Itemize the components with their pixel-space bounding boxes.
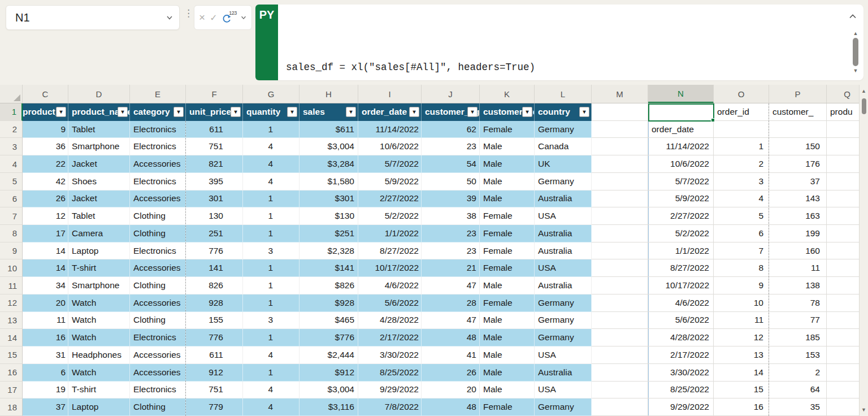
cell-L8[interactable]: Australia [535, 225, 592, 242]
cell-P11[interactable]: 138 [769, 277, 827, 294]
cell-E17[interactable]: Electronics [130, 382, 186, 399]
cell-C16[interactable]: 6 [23, 364, 68, 382]
table-header-J1[interactable]: customer_age▾ [422, 103, 480, 121]
cell-O2[interactable] [714, 121, 769, 138]
cell-K6[interactable]: Male [480, 190, 535, 208]
cell-H4[interactable]: $3,284 [300, 155, 358, 173]
column-header-C[interactable]: C [23, 85, 68, 103]
row-header-8[interactable]: 8 [0, 225, 23, 242]
cell-O9[interactable]: 7 [714, 242, 769, 260]
table-header-G1[interactable]: quantity▾ [243, 103, 300, 121]
cell-E5[interactable]: Electronics [130, 173, 186, 190]
scrollbar-thumb[interactable] [862, 98, 866, 114]
table-header-E1[interactable]: category▾ [130, 103, 186, 121]
cell-F11[interactable]: 826 [186, 277, 243, 294]
cell-N2[interactable]: order_date [648, 121, 714, 138]
cell-C8[interactable]: 17 [23, 225, 68, 242]
scroll-down-icon[interactable]: ▼ [860, 407, 868, 413]
cell-P7[interactable]: 163 [769, 207, 827, 225]
cell-J15[interactable]: 41 [422, 346, 480, 364]
cell-J6[interactable]: 39 [422, 190, 480, 208]
cell-N13[interactable]: 5/6/2022 [648, 312, 714, 330]
row-header-15[interactable]: 15 [0, 346, 23, 364]
cell-O8[interactable]: 6 [714, 225, 769, 242]
cell-I6[interactable]: 2/27/2022 [358, 190, 422, 208]
row-header-12[interactable]: 12 [0, 294, 23, 312]
cell-C12[interactable]: 20 [23, 294, 68, 312]
cell-M4[interactable] [592, 155, 648, 173]
cell-I5[interactable]: 5/9/2022 [358, 173, 422, 190]
cell-E7[interactable]: Clothing [130, 207, 186, 225]
table-header-I1[interactable]: order_date▾ [358, 103, 422, 121]
cell-J14[interactable]: 48 [422, 329, 480, 346]
cell-H13[interactable]: $465 [300, 312, 358, 330]
cell-G7[interactable]: 1 [243, 207, 300, 225]
cell-F8[interactable]: 251 [186, 225, 243, 242]
cell-J9[interactable]: 23 [422, 242, 480, 260]
filter-button[interactable]: ▾ [173, 107, 184, 117]
column-header-M[interactable]: M [592, 85, 648, 103]
cell-P4[interactable]: 176 [769, 155, 827, 173]
cell-N1[interactable] [648, 103, 714, 121]
cell-F13[interactable]: 155 [186, 312, 243, 330]
cell-N6[interactable]: 5/9/2022 [648, 190, 714, 208]
cell-M11[interactable] [592, 277, 648, 294]
cell-M14[interactable] [592, 329, 648, 346]
cell-C3[interactable]: 36 [23, 138, 68, 155]
row-header-11[interactable]: 11 [0, 277, 23, 294]
cell-C15[interactable]: 31 [23, 346, 68, 364]
chevron-down-icon[interactable] [240, 14, 247, 21]
cell-F4[interactable]: 821 [186, 155, 243, 173]
cell-L18[interactable]: Germany [535, 398, 592, 416]
cell-P15[interactable]: 153 [769, 346, 827, 364]
cell-O1[interactable]: order_id [714, 103, 769, 121]
cell-C18[interactable]: 37 [23, 398, 68, 416]
cell-N16[interactable]: 3/30/2022 [648, 364, 714, 382]
row-header-2[interactable]: 2 [0, 121, 23, 138]
cell-L12[interactable]: Germany [535, 294, 592, 312]
cell-E4[interactable]: Accessories [130, 155, 186, 173]
cell-N11[interactable]: 10/17/2022 [648, 277, 714, 294]
enter-icon[interactable]: ✓ [210, 12, 217, 23]
cell-G6[interactable]: 1 [243, 190, 300, 208]
row-header-14[interactable]: 14 [0, 329, 23, 346]
cell-G15[interactable]: 4 [243, 346, 300, 364]
cell-G16[interactable]: 1 [243, 364, 300, 382]
column-header-N[interactable]: N [648, 85, 714, 103]
cell-O18[interactable]: 16 [714, 398, 769, 416]
cell-N8[interactable]: 5/2/2022 [648, 225, 714, 242]
row-header-17[interactable]: 17 [0, 382, 23, 399]
cell-H7[interactable]: $130 [300, 207, 358, 225]
cell-K18[interactable]: Female [480, 398, 535, 416]
cell-H15[interactable]: $2,444 [300, 346, 358, 364]
cell-M6[interactable] [592, 190, 648, 208]
cell-D7[interactable]: Tablet [68, 207, 130, 225]
cell-D3[interactable]: Smartphone [68, 138, 130, 155]
column-header-G[interactable]: G [243, 85, 300, 103]
column-header-F[interactable]: F [186, 85, 243, 103]
cell-M10[interactable] [592, 259, 648, 277]
cell-G9[interactable]: 3 [243, 242, 300, 260]
cell-G18[interactable]: 4 [243, 398, 300, 416]
cell-J12[interactable]: 28 [422, 294, 480, 312]
cell-E14[interactable]: Electronics [130, 329, 186, 346]
cell-N5[interactable]: 5/7/2022 [648, 173, 714, 190]
row-header-10[interactable]: 10 [0, 259, 23, 277]
cell-C14[interactable]: 16 [23, 329, 68, 346]
cell-H6[interactable]: $301 [300, 190, 358, 208]
cell-I12[interactable]: 5/6/2022 [358, 294, 422, 312]
filter-button[interactable]: ▾ [118, 107, 128, 117]
cell-I13[interactable]: 4/28/2022 [358, 312, 422, 330]
table-header-K1[interactable]: customer_gender▾ [480, 103, 535, 121]
cell-M8[interactable] [592, 225, 648, 242]
column-header-E[interactable]: E [130, 85, 186, 103]
cell-P1[interactable]: customer_ [769, 103, 827, 121]
cell-P3[interactable]: 150 [769, 138, 827, 155]
more-options-icon[interactable]: ⋮ [184, 7, 193, 20]
cell-G4[interactable]: 4 [243, 155, 300, 173]
cell-F17[interactable]: 751 [186, 382, 243, 399]
column-header-P[interactable]: P [769, 85, 827, 103]
column-header-K[interactable]: K [480, 85, 535, 103]
cell-O13[interactable]: 11 [714, 312, 769, 330]
cell-K3[interactable]: Male [480, 138, 535, 155]
